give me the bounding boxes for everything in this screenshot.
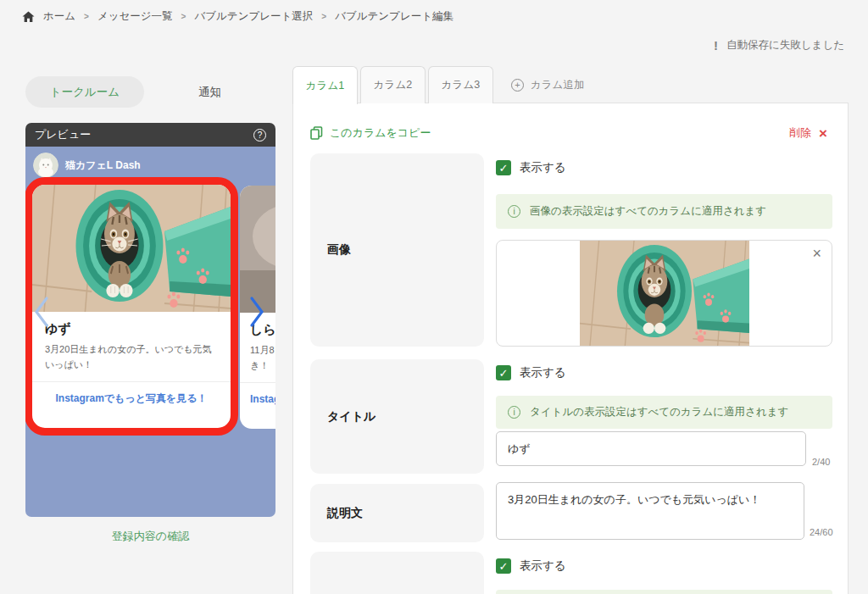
avatar [33, 153, 58, 178]
card1-title: ゆず [45, 321, 218, 337]
column-editor-panel: このカラムをコピー 削除 × 画像 ✓ 表示する i 画像の表示設定はすべてのカ… [292, 103, 849, 594]
warning-icon: ! [714, 38, 718, 53]
title-input[interactable] [496, 431, 806, 466]
breadcrumb: ホーム > メッセージ一覧 > バブルテンプレート選択 > バブルテンプレート編… [22, 9, 453, 24]
description-section-label: 説明文 [310, 484, 484, 542]
breadcrumb-template-select[interactable]: バブルテンプレート選択 [194, 9, 313, 24]
bubble-card-1-highlighted[interactable]: ゆず 3月20日生まれの女の子。いつでも元気いっぱい！ Instagramでもっ… [25, 177, 238, 436]
autosave-text: 自動保存に失敗しました [726, 38, 844, 53]
chevron-right-icon: > [84, 12, 89, 21]
delete-x-icon: × [819, 126, 827, 141]
image-notice-banner: i 画像の表示設定はすべてのカラムに適用されます [496, 194, 832, 229]
preview-panel: プレビュー ? 猫カフェL Dash [25, 123, 275, 517]
info-icon: i [508, 205, 520, 218]
title-char-counter: 2/40 [812, 457, 830, 467]
add-column-label: カラム追加 [531, 78, 584, 92]
delete-label: 削除 [789, 125, 811, 141]
chat-preview-area: 猫カフェL Dash [25, 147, 275, 517]
title-notice-banner: i タイトルの表示設定はすべてのカラムに適用されます [496, 396, 832, 429]
account-name: 猫カフェL Dash [65, 158, 141, 173]
description-label-text: 説明文 [327, 506, 363, 521]
bottom-show-checkbox[interactable]: ✓ [496, 558, 511, 574]
title-section-label: タイトル [310, 359, 484, 474]
uploaded-cat-image [580, 241, 749, 346]
confirm-registration-link[interactable]: 登録内容の確認 [25, 529, 275, 544]
autosave-status: ! 自動保存に失敗しました [714, 38, 844, 53]
card1-instagram-link[interactable]: Instagramでもっと写真を見る！ [32, 382, 231, 415]
description-textarea[interactable]: 3月20日生まれの女の子。いつでも元気いっぱい！ [496, 482, 804, 540]
card2-image [240, 186, 275, 313]
image-show-checkbox[interactable]: ✓ [496, 160, 511, 175]
card1-description: 3月20日生まれの女の子。いつでも元気いっぱい！ [45, 341, 218, 372]
preview-header: プレビュー ? [25, 123, 275, 147]
copy-column-label: このカラムをコピー [330, 125, 431, 141]
carousel-next-icon[interactable] [249, 296, 264, 331]
info-icon: i [508, 406, 520, 419]
breadcrumb-message-list[interactable]: メッセージ一覧 [97, 9, 173, 24]
description-char-counter: 24/60 [810, 527, 833, 537]
bottom-show-label: 表示する [520, 558, 566, 574]
copy-icon [310, 126, 323, 140]
remove-image-icon[interactable]: × [812, 246, 821, 261]
chevron-right-icon: > [181, 12, 186, 21]
title-label-text: タイトル [327, 409, 376, 425]
breadcrumb-template-edit: バブルテンプレート編集 [335, 9, 453, 24]
image-label-text: 画像 [327, 242, 351, 258]
tab-notification[interactable]: 通知 [144, 76, 275, 108]
delete-column-button[interactable]: 削除 × [789, 125, 827, 141]
home-icon[interactable] [22, 11, 35, 23]
card2-description-line2: き！ [250, 358, 275, 373]
image-upload-preview[interactable]: × [496, 240, 832, 347]
image-show-label: 表示する [520, 160, 566, 175]
bottom-show-row: ✓ 表示する [496, 558, 566, 574]
image-notice-text: 画像の表示設定はすべてのカラムに適用されます [530, 204, 766, 219]
preview-title: プレビュー [35, 127, 91, 142]
tab-column-2[interactable]: カラム2 [360, 66, 426, 103]
carousel-prev-icon[interactable] [34, 296, 49, 331]
title-show-label: 表示する [520, 365, 566, 380]
bottom-section-label [310, 552, 484, 594]
title-show-row: ✓ 表示する [496, 365, 566, 380]
plus-circle-icon: + [511, 79, 524, 92]
card2-description-line1: 11月8日 [250, 342, 275, 358]
card1-cat-image [32, 185, 231, 312]
card2-instagram-link[interactable]: Instagramでもっと写真を見る！ [240, 383, 275, 416]
breadcrumb-home[interactable]: ホーム [43, 9, 75, 24]
tab-column-3[interactable]: カラム3 [428, 66, 493, 103]
tab-talk-room[interactable]: トークルーム [25, 76, 144, 108]
title-show-checkbox[interactable]: ✓ [496, 365, 511, 380]
help-icon[interactable]: ? [253, 129, 266, 142]
add-column-button[interactable]: + カラム追加 [511, 78, 584, 92]
chat-header: 猫カフェL Dash [25, 147, 275, 178]
panel-toolbar: このカラムをコピー 削除 × [310, 125, 827, 141]
column-tabs: カラム1 カラム2 カラム3 + カラム追加 [292, 65, 584, 103]
bottom-notice-banner [496, 590, 832, 594]
tab-column-1[interactable]: カラム1 [292, 66, 358, 104]
title-notice-text: タイトルの表示設定はすべてのカラムに適用されます [530, 405, 788, 419]
copy-column-button[interactable]: このカラムをコピー [310, 125, 431, 141]
image-show-row: ✓ 表示する [496, 160, 566, 175]
chevron-right-icon: > [321, 12, 326, 21]
image-section-label: 画像 [310, 153, 484, 347]
